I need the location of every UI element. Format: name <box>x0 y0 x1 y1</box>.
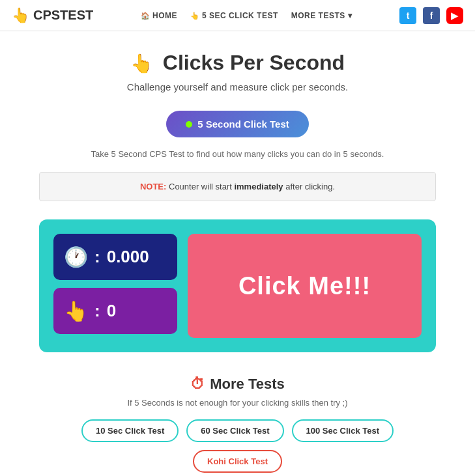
note-label: NOTE: <box>140 182 166 191</box>
click-count-icon: 👆 <box>64 300 88 322</box>
page-subtitle: Challenge yourself and measure click per… <box>39 81 436 92</box>
facebook-icon[interactable]: f <box>423 7 440 24</box>
more-tests-icon: ⏱ <box>190 376 205 393</box>
twitter-icon[interactable]: t <box>399 7 416 24</box>
test-link-100sec[interactable]: 100 Sec Click Test <box>292 419 394 442</box>
click-value: 0 <box>107 301 116 321</box>
note-immediate: immediately <box>234 182 283 191</box>
cta-description: Take 5 Second CPS Test to find out how m… <box>39 149 436 159</box>
cta-button[interactable]: 5 Second Click Test <box>166 111 309 137</box>
note-box: NOTE: Counter will start immediately aft… <box>39 172 436 201</box>
brand-icon: 👆 <box>12 7 29 24</box>
cta-label: 5 Second Click Test <box>197 119 289 130</box>
more-tests-title: ⏱ More Tests <box>39 376 436 393</box>
nav-home-link[interactable]: HOME <box>141 11 177 20</box>
title-text: Clicks Per Second <box>163 51 345 74</box>
more-tests-title-text: More Tests <box>210 376 285 393</box>
note-text: Counter will start <box>169 182 234 191</box>
click-me-button[interactable]: Click Me!!! <box>188 234 422 338</box>
timer-value: 0.000 <box>107 247 149 267</box>
brand-name: CPSTEST <box>33 8 93 23</box>
timer-box: 🕐 : 0.000 <box>53 234 177 280</box>
page-title: 👆 Clicks Per Second <box>39 51 436 75</box>
nav-click-link[interactable]: 5 SEC CLICK TEST <box>190 11 278 20</box>
more-tests-subtitle: If 5 Seconds is not enough for your clic… <box>39 398 436 408</box>
nav-more-link[interactable]: MORE TESTS <box>291 11 353 20</box>
cta-dot <box>186 121 192 128</box>
social-icons: t f ▶ <box>399 7 463 24</box>
click-separator: : <box>94 301 100 321</box>
more-tests-section: ⏱ More Tests If 5 Seconds is not enough … <box>39 376 436 473</box>
test-link-10sec[interactable]: 10 Sec Click Test <box>81 419 179 442</box>
brand-logo[interactable]: 👆 CPSTEST <box>12 7 93 24</box>
stats-column: 🕐 : 0.000 👆 : 0 <box>53 234 177 338</box>
test-link-kohi[interactable]: Kohi Click Test <box>193 450 282 473</box>
click-area: 🕐 : 0.000 👆 : 0 Click Me!!! <box>39 219 436 352</box>
title-icon: 👆 <box>130 53 153 74</box>
timer-separator: : <box>94 247 100 267</box>
test-links: 10 Sec Click Test 60 Sec Click Test 100 … <box>39 419 436 473</box>
timer-icon: 🕐 <box>64 245 88 268</box>
navbar: 👆 CPSTEST HOME 5 SEC CLICK TEST MORE TES… <box>0 0 475 31</box>
youtube-icon[interactable]: ▶ <box>446 7 463 24</box>
clicks-box: 👆 : 0 <box>53 288 177 334</box>
test-link-60sec[interactable]: 60 Sec Click Test <box>186 419 283 442</box>
main-content: 👆 Clicks Per Second Challenge yourself a… <box>0 31 475 476</box>
note-after: after clicking. <box>285 182 335 191</box>
nav-links: HOME 5 SEC CLICK TEST MORE TESTS <box>141 11 352 20</box>
